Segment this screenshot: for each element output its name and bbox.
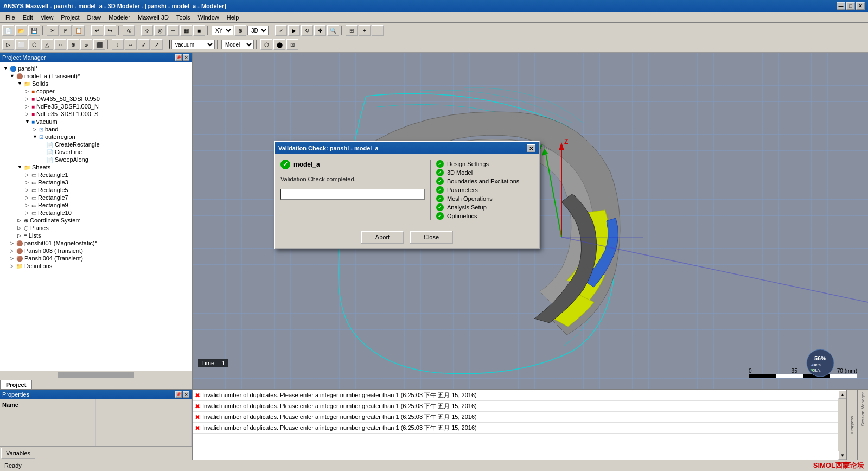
tb-fit-btn[interactable]: ⊞: [346, 25, 358, 36]
expand-lists[interactable]: ▷: [17, 233, 23, 238]
expand-sheets[interactable]: ▼: [17, 164, 23, 170]
close-button[interactable]: Close: [410, 231, 453, 244]
tb-zoom-btn[interactable]: 🔍: [327, 25, 339, 36]
expand-panshi001[interactable]: ▷: [10, 240, 15, 246]
tb-cut-btn[interactable]: ✂: [47, 25, 59, 36]
tb2-btn4[interactable]: △: [41, 39, 53, 50]
expand-definitions[interactable]: ▷: [10, 263, 15, 269]
tree-dw465[interactable]: ▷ ■ DW465_50_3DSF0.950: [2, 95, 189, 103]
tree-rect5[interactable]: ▷ ▭ Rectangle5: [2, 186, 189, 194]
maximize-button[interactable]: □: [846, 2, 855, 10]
panel-header-btns[interactable]: 📌 ✕: [175, 54, 189, 61]
minimize-button[interactable]: —: [837, 2, 845, 10]
tree-createrect[interactable]: 📄 CreateRectangle: [2, 141, 189, 148]
expand-panshi003[interactable]: ▷: [10, 248, 15, 253]
tree-solids[interactable]: ▼ 📁 Solids: [2, 80, 189, 87]
expand-planes[interactable]: ▷: [17, 225, 23, 231]
abort-button[interactable]: Abort: [361, 231, 404, 244]
tb-point-btn[interactable]: ◎: [154, 25, 166, 36]
panel-close-btn[interactable]: ✕: [183, 54, 189, 61]
expand-rect5[interactable]: ▷: [25, 187, 30, 193]
tb2-btn7[interactable]: ⌀: [80, 39, 92, 50]
expand-dw465[interactable]: ▷: [25, 96, 30, 101]
variables-button[interactable]: Variables: [1, 448, 35, 459]
tb-select-btn[interactable]: ⊹: [141, 25, 153, 36]
menu-draw[interactable]: Draw: [84, 13, 105, 22]
tb2-btn8[interactable]: ⬛: [93, 39, 105, 50]
model-dropdown[interactable]: Model: [221, 40, 254, 49]
tb-zoomin-btn[interactable]: +: [359, 25, 371, 36]
expand-solids[interactable]: ▼: [17, 81, 23, 86]
menu-tools[interactable]: Tools: [173, 13, 194, 22]
tree-rect9[interactable]: ▷ ▭ Rectangle9: [2, 201, 189, 209]
tree-panshi003[interactable]: ▷ 🟤 Panshi003 (Transient): [2, 247, 189, 254]
tb-sim-btn[interactable]: ▶: [288, 25, 300, 36]
tb-redo-btn[interactable]: ↪: [104, 25, 116, 36]
tb-paste-btn[interactable]: 📋: [73, 25, 85, 36]
tb2-btn6[interactable]: ⊕: [67, 39, 79, 50]
tree-model-a[interactable]: ▼ 🟤 model_a (Transient)*: [2, 72, 189, 80]
tb2-btn5[interactable]: ○: [54, 39, 66, 50]
expand-rect10[interactable]: ▷: [25, 210, 30, 215]
coord-dropdown[interactable]: XY YZ XZ: [212, 26, 233, 35]
tb-coord-btn[interactable]: ⊕: [234, 25, 246, 36]
tree-rect7[interactable]: ▷ ▭ Rectangle7: [2, 194, 189, 201]
tree-rect3[interactable]: ▷ ▭ Rectangle3: [2, 179, 189, 186]
tree-outerregion[interactable]: ▼ ⊡ outerregion: [2, 133, 189, 141]
tb2-btn2[interactable]: ⬜: [15, 39, 27, 50]
tb2-btn11[interactable]: ⤢: [138, 39, 150, 50]
tb-pan-btn[interactable]: ✥: [314, 25, 326, 36]
tb2-btn1[interactable]: ▷: [2, 39, 14, 50]
close-button[interactable]: ✕: [856, 2, 865, 10]
window-controls[interactable]: — □ ✕: [837, 2, 865, 10]
tb-undo-btn[interactable]: ↩: [91, 25, 103, 36]
tree-band[interactable]: ▷ ⊡ band: [2, 125, 189, 133]
tree-panshi001[interactable]: ▷ 🟤 panshi001 (Magnetostatic)*: [2, 239, 189, 247]
tb-rotate-btn[interactable]: ↻: [301, 25, 313, 36]
props-close-btn[interactable]: ✕: [183, 391, 189, 398]
tree-vacuum[interactable]: ▼ ■ vacuum: [2, 118, 189, 125]
tb-face-btn[interactable]: ▦: [180, 25, 192, 36]
tb2-btn12[interactable]: ↗: [151, 39, 163, 50]
tree-ndfe35-n[interactable]: ▷ ■ NdFe35_3DSF1.000_N: [2, 103, 189, 110]
tb-open-btn[interactable]: 📂: [15, 25, 27, 36]
tree-ndfe35-s[interactable]: ▷ ■ NdFe35_3DSF1.000_S: [2, 110, 189, 118]
expand-ndfe35s[interactable]: ▷: [25, 111, 30, 117]
menu-window[interactable]: Window: [195, 13, 222, 22]
tree-definitions[interactable]: ▷ 📁 Definitions: [2, 262, 189, 270]
expand-model-a[interactable]: ▼: [10, 73, 15, 79]
tree-coverline[interactable]: 📄 CoverLine: [2, 148, 189, 156]
tb-save-btn[interactable]: 💾: [28, 25, 40, 36]
menu-edit[interactable]: Edit: [20, 13, 36, 22]
tb2-btn3[interactable]: ⬡: [28, 39, 40, 50]
props-header-btns[interactable]: 📌 ✕: [175, 391, 189, 398]
tb-new-btn[interactable]: 📄: [2, 25, 14, 36]
expand-ndfe35n[interactable]: ▷: [25, 104, 30, 109]
menu-modeler[interactable]: Modeler: [105, 13, 133, 22]
validation-dialog[interactable]: Validation Check: panshi - model_a ✕ ✓ m…: [274, 141, 540, 249]
tree-rect1[interactable]: ▷ ▭ Rectangle1: [2, 171, 189, 179]
scroll-up-btn[interactable]: ▲: [838, 390, 847, 399]
tree-coordsys[interactable]: ▷ ⊕ Coordinate System: [2, 217, 189, 224]
expand-panshi004[interactable]: ▷: [10, 256, 15, 261]
expand-rect1[interactable]: ▷: [25, 172, 30, 177]
expand-rect9[interactable]: ▷: [25, 202, 30, 208]
props-pin-btn[interactable]: 📌: [175, 391, 182, 398]
tree-panshi004[interactable]: ▷ 🟤 Panshi004 (Transient): [2, 254, 189, 262]
tab-project[interactable]: Project: [0, 380, 32, 389]
expand-outerregion[interactable]: ▼: [33, 134, 38, 139]
expand-rect3[interactable]: ▷: [25, 180, 30, 185]
menu-maxwell3d[interactable]: Maxwell 3D: [135, 13, 172, 22]
tree-copper[interactable]: ▷ ■ copper: [2, 87, 189, 95]
project-tree-scrollbar[interactable]: [0, 371, 192, 378]
tb-zoomout-btn[interactable]: -: [372, 25, 384, 36]
tree-lists[interactable]: ▷ ≡ Lists: [2, 232, 189, 239]
tb2-view1[interactable]: ⬡: [260, 39, 272, 50]
tb-solid-btn[interactable]: ■: [193, 25, 205, 36]
expand-copper[interactable]: ▷: [25, 88, 30, 94]
menu-project[interactable]: Project: [58, 13, 82, 22]
tree-sweepalong[interactable]: 📄 SweepAlong: [2, 156, 189, 163]
expand-band[interactable]: ▷: [33, 126, 38, 132]
expand-coordsys[interactable]: ▷: [17, 218, 23, 223]
tb2-btn9[interactable]: ↕: [112, 39, 124, 50]
